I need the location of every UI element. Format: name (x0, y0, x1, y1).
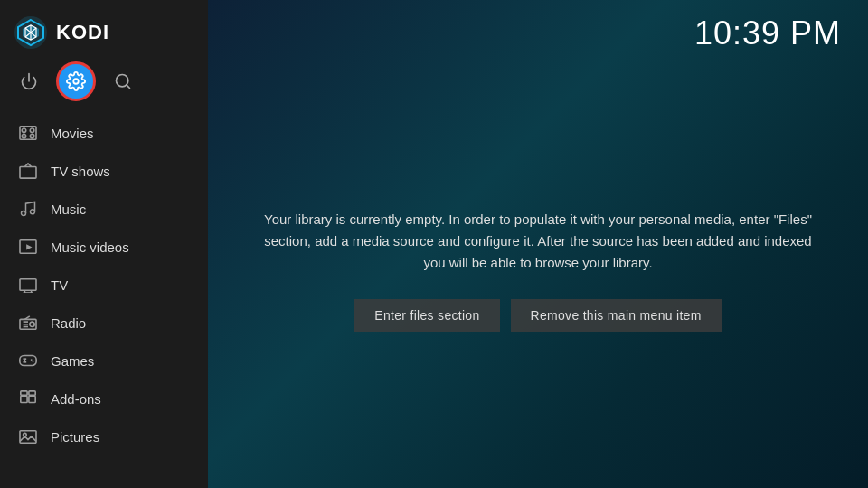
kodi-logo-icon (14, 16, 47, 49)
remove-menu-item-button[interactable]: Remove this main menu item (511, 299, 722, 332)
enter-files-button[interactable]: Enter files section (354, 299, 499, 332)
svg-rect-36 (20, 356, 36, 366)
svg-point-22 (22, 211, 26, 216)
svg-line-13 (127, 85, 130, 89)
radio-icon (18, 313, 38, 333)
sidebar-header: KODI (0, 0, 208, 61)
svg-rect-43 (21, 396, 27, 402)
sidebar-item-radio[interactable]: Radio (0, 304, 208, 342)
sidebar-item-music-label: Music (51, 202, 86, 217)
sidebar-toolbar (0, 61, 208, 114)
sidebar-item-addons[interactable]: Add-ons (0, 380, 208, 418)
power-button[interactable] (9, 61, 49, 101)
clock-display: 10:39 PM (694, 14, 841, 52)
music-icon (18, 199, 38, 219)
svg-rect-19 (20, 167, 36, 179)
sidebar-item-tvshows-label: TV shows (51, 164, 110, 179)
sidebar-item-games-label: Games (51, 353, 94, 369)
games-icon (18, 351, 38, 371)
sidebar-item-music[interactable]: Music (0, 190, 208, 228)
svg-rect-45 (21, 391, 27, 396)
sidebar-item-pictures[interactable]: Pictures (0, 418, 208, 455)
sidebar-item-musicvideos-label: Music videos (51, 239, 129, 255)
svg-rect-46 (29, 391, 35, 396)
svg-point-15 (22, 128, 26, 133)
svg-point-11 (73, 79, 79, 84)
svg-point-23 (31, 210, 35, 214)
svg-point-41 (31, 359, 33, 361)
addons-icon (18, 389, 38, 408)
nav-list: Movies TV shows M (0, 114, 208, 488)
action-buttons: Enter files section Remove this main men… (354, 299, 721, 332)
svg-rect-26 (20, 279, 36, 291)
top-bar: 10:39 PM (208, 0, 868, 52)
pictures-icon (18, 427, 38, 446)
sidebar: KODI (0, 0, 208, 488)
svg-point-18 (30, 134, 34, 138)
content-center: Your library is currently empty. In orde… (208, 52, 868, 488)
settings-button[interactable] (56, 61, 96, 101)
svg-point-17 (22, 134, 26, 138)
svg-rect-44 (29, 396, 35, 402)
sidebar-item-tv-label: TV (51, 277, 68, 293)
tvshows-icon (18, 161, 38, 181)
movies-icon (18, 123, 38, 143)
sidebar-item-radio-label: Radio (51, 315, 86, 331)
sidebar-item-addons-label: Add-ons (51, 391, 101, 407)
svg-point-31 (30, 322, 34, 326)
sidebar-item-musicvideos[interactable]: Music videos (0, 228, 208, 266)
svg-point-42 (33, 361, 34, 362)
app-title: KODI (56, 21, 109, 44)
tv-icon (18, 275, 38, 295)
main-content: 10:39 PM Your library is currently empty… (208, 0, 868, 488)
sidebar-item-movies[interactable]: Movies (0, 114, 208, 152)
svg-marker-25 (26, 244, 32, 249)
library-empty-message: Your library is currently empty. In orde… (262, 209, 814, 274)
sidebar-item-pictures-label: Pictures (51, 429, 99, 445)
search-button[interactable] (103, 61, 143, 101)
sidebar-item-movies-label: Movies (51, 126, 94, 141)
svg-rect-47 (20, 431, 36, 444)
sidebar-item-tv[interactable]: TV (0, 266, 208, 304)
sidebar-item-tvshows[interactable]: TV shows (0, 152, 208, 190)
musicvideos-icon (18, 237, 38, 257)
svg-point-16 (30, 128, 34, 133)
sidebar-item-games[interactable]: Games (0, 342, 208, 380)
